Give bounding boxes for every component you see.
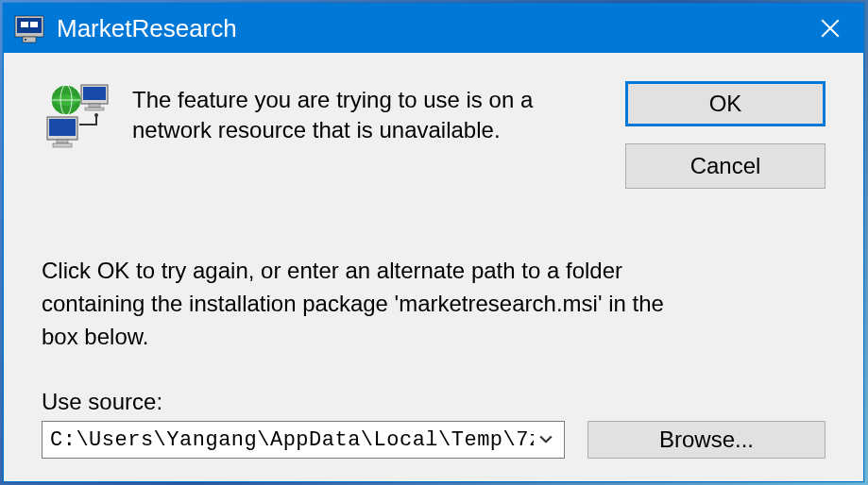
- installer-icon: [11, 10, 47, 46]
- browse-button[interactable]: Browse...: [587, 421, 825, 459]
- svg-rect-17: [49, 119, 76, 136]
- svg-rect-3: [30, 22, 38, 27]
- instruction-text: Click OK to try again, or enter an alter…: [42, 255, 684, 353]
- ok-button[interactable]: OK: [625, 81, 825, 126]
- dialog-content: The feature you are trying to use is on …: [4, 53, 863, 481]
- close-button[interactable]: [797, 4, 863, 53]
- svg-rect-5: [25, 39, 26, 41]
- installer-dialog: MarketResearch: [3, 3, 864, 482]
- cancel-button[interactable]: Cancel: [625, 143, 825, 189]
- source-label: Use source:: [42, 389, 825, 415]
- svg-rect-2: [21, 22, 28, 27]
- network-install-icon: [42, 79, 115, 153]
- window-title: MarketResearch: [57, 14, 797, 43]
- source-combobox[interactable]: [42, 421, 565, 459]
- titlebar: MarketResearch: [4, 4, 863, 53]
- svg-rect-15: [85, 108, 104, 110]
- source-input[interactable]: [50, 428, 534, 452]
- primary-message: The feature you are trying to use is on …: [132, 81, 625, 146]
- svg-rect-19: [53, 143, 72, 147]
- svg-rect-14: [89, 104, 100, 108]
- chevron-down-icon[interactable]: [534, 425, 558, 455]
- svg-rect-18: [57, 140, 68, 143]
- svg-rect-13: [83, 87, 106, 100]
- svg-rect-1: [17, 18, 42, 33]
- svg-point-20: [94, 113, 98, 117]
